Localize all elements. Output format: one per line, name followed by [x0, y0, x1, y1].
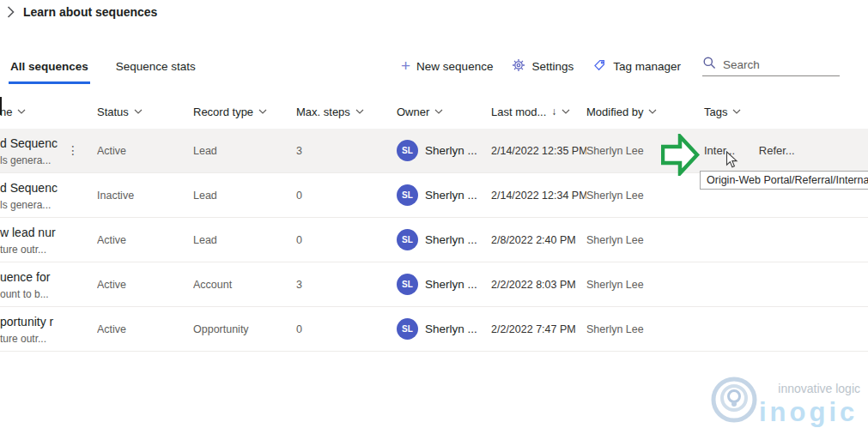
column-header-name[interactable]: ne	[0, 105, 97, 118]
table-header-row: ne Status Record type Max. steps Owner L…	[0, 94, 868, 129]
inogic-watermark-logo: innovative logic inogic	[709, 373, 865, 433]
owner-cell: SL Sherlyn ...	[397, 274, 491, 295]
max-steps-cell: 0	[296, 323, 397, 335]
command-bar: + New sequence Settings	[392, 51, 840, 84]
tabs-toolbar-row: All sequences Sequence stats + New seque…	[0, 51, 868, 84]
record-type-cell: Opportunity	[193, 323, 296, 335]
owner-cell: SL Sherlyn ...	[397, 140, 491, 161]
chevron-down-icon	[648, 109, 657, 114]
modified-by-cell: Sherlyn Lee	[586, 279, 700, 291]
owner-cell: SL Sherlyn ...	[397, 318, 491, 340]
max-steps-cell: 3	[296, 145, 397, 157]
sequence-name: portunity r	[0, 315, 97, 329]
status-cell: Active	[97, 279, 193, 291]
record-type-cell: Account	[193, 279, 296, 291]
status-cell: Active	[97, 323, 193, 335]
column-header-owner[interactable]: Owner	[397, 105, 491, 118]
chevron-down-icon	[134, 109, 143, 114]
record-type-cell: Lead	[193, 234, 296, 246]
column-header-tags[interactable]: Tags	[700, 105, 868, 118]
column-header-last-modified-label: Last mod...	[491, 105, 546, 118]
learn-row: Learn about sequences	[7, 5, 157, 19]
avatar: SL	[397, 274, 418, 295]
watermark-brand: inogic	[759, 397, 858, 427]
column-header-status-label: Status	[97, 105, 129, 118]
mouse-cursor-icon	[725, 151, 738, 172]
column-header-record-type[interactable]: Record type	[193, 105, 296, 118]
column-header-owner-label: Owner	[397, 105, 429, 118]
last-modified-cell: 2/14/2022 12:35 PM	[491, 145, 586, 157]
status-cell: Active	[97, 145, 193, 157]
table-row[interactable]: uence for ount to b... Active Account 3 …	[0, 262, 868, 307]
name-cell: d Sequenc ls genera...	[0, 173, 97, 217]
table-row[interactable]: portunity r ture outr... Active Opportun…	[0, 307, 868, 352]
avatar: SL	[397, 229, 418, 250]
sequence-description: ount to b...	[0, 288, 97, 300]
sequence-description: ture outr...	[0, 244, 97, 256]
sequence-name: w lead nur	[0, 226, 97, 239]
column-header-tags-label: Tags	[704, 105, 727, 118]
chevron-down-icon	[561, 109, 570, 114]
status-cell: Active	[97, 234, 193, 246]
table-row[interactable]: w lead nur ture outr... Active Lead 0 SL…	[0, 218, 868, 262]
avatar: SL	[397, 318, 418, 340]
tab-sequence-stats[interactable]: Sequence stats	[114, 51, 197, 84]
owner-cell: SL Sherlyn ...	[397, 184, 491, 206]
chevron-down-icon	[258, 109, 267, 114]
chevron-right-icon[interactable]	[7, 6, 15, 18]
sequence-description: ture outr...	[0, 333, 97, 345]
new-sequence-label: New sequence	[416, 60, 493, 73]
search-box[interactable]	[702, 56, 840, 76]
name-cell: d Sequenc ls genera... ⋮	[0, 129, 97, 172]
chevron-down-icon	[732, 109, 741, 114]
column-header-status[interactable]: Status	[97, 105, 193, 118]
edge-tick	[0, 97, 2, 115]
sequence-name: d Sequenc	[0, 181, 97, 195]
modified-by-cell: Sherlyn Lee	[586, 323, 700, 335]
green-arrow-annotation	[661, 134, 700, 179]
owner-name: Sherlyn ...	[425, 233, 477, 246]
inogic-ring-icon	[713, 379, 755, 420]
max-steps-cell: 0	[296, 190, 397, 202]
avatar: SL	[397, 140, 418, 161]
record-type-cell: Lead	[193, 190, 296, 202]
sequences-page: Learn about sequences All sequences Sequ…	[0, 0, 868, 434]
owner-cell: SL Sherlyn ...	[397, 229, 491, 250]
modified-by-cell: Sherlyn Lee	[586, 234, 700, 246]
sequences-table: ne Status Record type Max. steps Owner L…	[0, 94, 868, 352]
new-sequence-button[interactable]: + New sequence	[392, 60, 502, 73]
settings-label: Settings	[531, 60, 574, 73]
owner-name: Sherlyn ...	[425, 322, 477, 335]
search-icon	[702, 56, 716, 73]
row-more-options-icon[interactable]: ⋮	[67, 143, 79, 157]
owner-name: Sherlyn ...	[425, 144, 477, 157]
chevron-down-icon	[434, 109, 443, 114]
record-type-cell: Lead	[193, 145, 296, 157]
max-steps-cell: 0	[296, 234, 397, 246]
column-header-modified-by[interactable]: Modified by	[586, 105, 700, 118]
owner-name: Sherlyn ...	[425, 278, 477, 291]
sequence-name: uence for	[0, 270, 97, 284]
tab-sequence-stats-label: Sequence stats	[116, 60, 196, 73]
tab-all-sequences[interactable]: All sequences	[9, 51, 90, 84]
watermark-tagline: innovative logic	[778, 382, 860, 395]
last-modified-cell: 2/14/2022 12:34 PM	[491, 190, 586, 202]
tag-manager-label: Tag manager	[613, 60, 681, 73]
column-header-max-steps[interactable]: Max. steps	[296, 105, 397, 118]
search-input[interactable]	[723, 58, 826, 71]
sort-descending-icon: ↓	[551, 105, 556, 118]
sequence-name: d Sequenc	[0, 136, 97, 150]
tag-icon	[592, 58, 607, 75]
plus-icon: +	[401, 60, 410, 72]
name-cell: portunity r ture outr...	[0, 307, 97, 351]
column-header-last-modified[interactable]: Last mod... ↓	[491, 105, 586, 118]
tag-value: Refer...	[759, 144, 795, 157]
tag-manager-button[interactable]: Tag manager	[583, 58, 690, 75]
name-cell: w lead nur ture outr...	[0, 218, 97, 262]
learn-about-sequences-link[interactable]: Learn about sequences	[23, 5, 157, 19]
avatar: SL	[397, 184, 418, 206]
status-cell: Inactive	[97, 190, 193, 202]
owner-name: Sherlyn ...	[425, 189, 477, 202]
settings-button[interactable]: Settings	[502, 58, 583, 75]
last-modified-cell: 2/8/2022 2:40 PM	[491, 234, 586, 246]
